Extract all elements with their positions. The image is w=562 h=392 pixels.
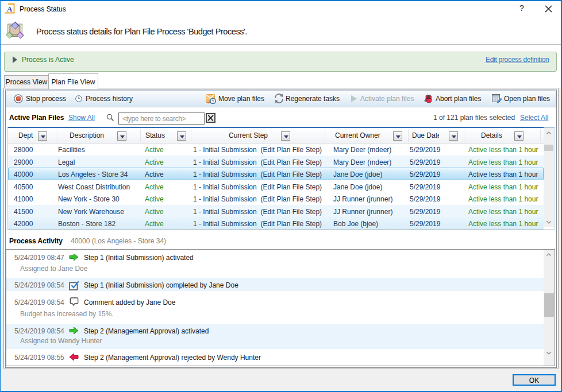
svg-text:A: A [7, 5, 13, 13]
